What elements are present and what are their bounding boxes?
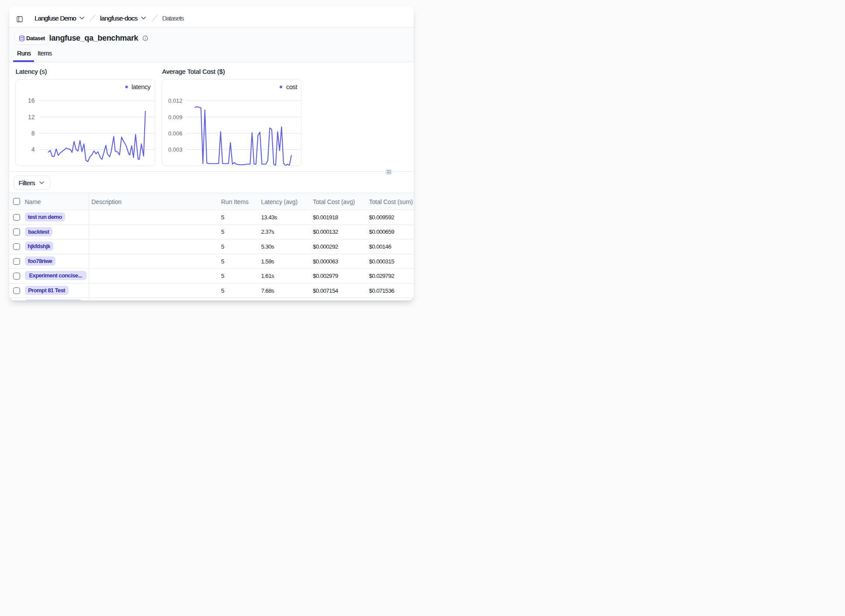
svg-text:0.006: 0.006 [168,130,183,137]
svg-text:0.012: 0.012 [168,97,183,104]
svg-text:4: 4 [31,146,35,153]
svg-text:0.003: 0.003 [168,146,183,153]
svg-text:12: 12 [28,114,35,121]
svg-text:8: 8 [31,130,35,137]
svg-text:latency: latency [132,83,151,90]
svg-text:16: 16 [28,97,35,104]
svg-text:0.009: 0.009 [168,114,183,121]
svg-text:cost: cost [286,83,298,90]
